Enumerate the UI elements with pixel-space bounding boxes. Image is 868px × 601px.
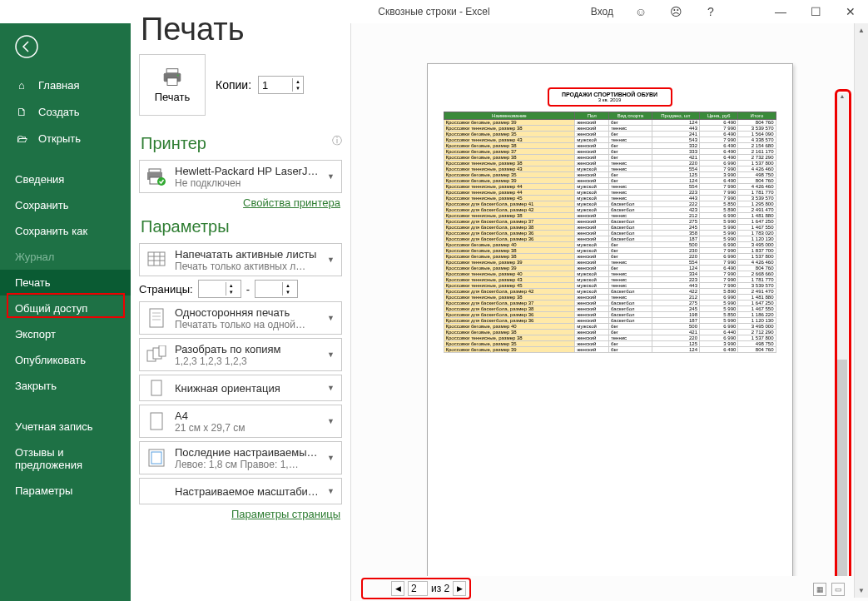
next-page-button[interactable]: ▶	[453, 581, 466, 596]
printer-dropdown[interactable]: Hewlett-Packard HP LaserJe…Не подключен …	[139, 160, 342, 193]
sidebar-print[interactable]: Печать	[0, 270, 131, 296]
page-from-input[interactable]	[199, 281, 226, 297]
svg-point-8	[157, 177, 166, 186]
svg-rect-3	[167, 77, 177, 85]
page-title: Печать	[141, 12, 342, 47]
printer-properties-link[interactable]: Свойства принтера	[139, 196, 340, 209]
close-button[interactable]: ✕	[833, 0, 868, 23]
table-row: Кроссовки беговые, размер 35женскийбег12…	[444, 341, 776, 347]
sidebar-close[interactable]: Закрыть	[0, 373, 131, 399]
spin-down-icon[interactable]: ▼	[293, 85, 303, 92]
window-title: Сквозные строки - Excel	[378, 6, 489, 17]
preview-page: ПРОДАЖИ СПОРТИВНОЙ ОБУВИ 3 кв. 2019 Наим…	[427, 63, 793, 576]
home-icon: ⌂	[15, 78, 28, 92]
printer-section-title: Принтер	[141, 134, 342, 153]
collate-dropdown[interactable]: Разобрать по копиям1,2,3 1,2,3 1,2,3 ▼	[139, 338, 342, 371]
help-icon[interactable]: ?	[693, 0, 728, 23]
svg-rect-14	[150, 309, 163, 327]
table-row: Кроссовки для баскетбола, размер 42мужск…	[444, 289, 776, 295]
table-row: Кроссовки беговые, размер 39женскийбег12…	[444, 347, 776, 353]
sidebar-share[interactable]: Общий доступ	[0, 296, 131, 321]
page-to-spinner[interactable]: ▲▼	[255, 280, 298, 298]
table-row: Кроссовки для баскетбола, размер 36женск…	[444, 236, 776, 242]
show-margins-button[interactable]: ▦	[813, 583, 826, 596]
print-button[interactable]: Печать	[139, 54, 206, 116]
chevron-down-icon: ▼	[325, 454, 336, 462]
preview-scrollbar[interactable]: ▲ ▼	[836, 93, 848, 576]
copies-input[interactable]	[259, 77, 292, 93]
active-sheets-dropdown[interactable]: Напечатать активные листыПечать только а…	[139, 243, 342, 276]
sidebar-publish[interactable]: Опубликовать	[0, 347, 131, 373]
margins-dropdown[interactable]: Последние настраиваемы…Левое: 1,8 см Пра…	[139, 441, 342, 474]
copies-spinner[interactable]: ▲▼	[258, 76, 304, 94]
table-row: Кроссовки беговые, размер 39женскийбег12…	[444, 178, 776, 184]
sidebar-account[interactable]: Учетная запись	[0, 414, 131, 440]
orientation-dropdown[interactable]: Книжная ориентация ▼	[139, 375, 342, 401]
chevron-down-icon: ▼	[325, 487, 336, 495]
page-from-spinner[interactable]: ▲▼	[198, 280, 241, 298]
table-row: Кроссовки теннисные, размер 44мужскойтен…	[444, 190, 776, 196]
window-scrollbar[interactable]: ▲ ▼	[854, 23, 868, 598]
titlebar: Сквозные строки - Excel Вход ☺ ☹ ? — ☐ ✕	[0, 0, 868, 23]
info-icon[interactable]: ⓘ	[332, 134, 342, 148]
scroll-down-icon[interactable]: ▼	[855, 584, 868, 598]
table-row: Кроссовки для баскетбола, размер 36женск…	[444, 231, 776, 236]
chevron-down-icon: ▼	[325, 350, 336, 359]
sidebar-new[interactable]: 🗋Создать	[0, 98, 131, 125]
current-page-input[interactable]	[408, 581, 428, 596]
chevron-down-icon: ▼	[325, 417, 336, 425]
svg-point-0	[16, 36, 37, 57]
table-row: Кроссовки беговые, размер 38женскийбег22…	[444, 254, 776, 260]
face-sad-icon[interactable]: ☹	[658, 0, 693, 23]
sides-dropdown[interactable]: Односторонняя печатьПечатать только на о…	[139, 301, 342, 335]
svg-point-4	[177, 74, 179, 76]
sidebar-feedback[interactable]: Отзывы и предложения	[0, 440, 131, 478]
page-setup-link[interactable]: Параметры страницы	[139, 508, 340, 520]
table-row: Кроссовки беговые, размер 38мужскойбег23…	[444, 248, 776, 254]
scroll-up-icon[interactable]: ▲	[855, 23, 868, 37]
sidebar-save[interactable]: Сохранить	[0, 192, 131, 218]
table-row: Кроссовки беговые, размер 40мужскойбег50…	[444, 324, 776, 330]
login-link[interactable]: Вход	[581, 6, 623, 17]
scroll-thumb[interactable]	[837, 360, 847, 576]
table-row: Кроссовки для баскетбола, размер 42мужск…	[444, 207, 776, 213]
maximize-button[interactable]: ☐	[798, 0, 833, 23]
params-section-title: Параметры	[141, 217, 342, 236]
zoom-to-page-button[interactable]: ▭	[831, 583, 845, 596]
table-row: Кроссовки беговые, размер 37женскийбег33…	[444, 149, 776, 155]
sidebar-open[interactable]: 🗁Открыть	[0, 125, 131, 151]
page-to-input[interactable]	[255, 281, 282, 297]
svg-rect-21	[151, 380, 161, 395]
table-row: Кроссовки для баскетбола, размер 37женск…	[444, 219, 776, 225]
sidebar-home[interactable]: ⌂Главная	[0, 72, 131, 98]
page-icon	[145, 307, 168, 329]
collate-icon	[145, 345, 168, 364]
table-row: Кроссовки теннисные, размер 39женскийтен…	[444, 260, 776, 266]
prev-page-button[interactable]: ◀	[391, 581, 404, 596]
sidebar-saveas[interactable]: Сохранить как	[0, 218, 131, 244]
table-row: Кроссовки теннисные, размер 45мужскойтен…	[444, 283, 776, 289]
table-row: Кроссовки беговые, размер 38женскийбег33…	[444, 143, 776, 149]
spin-up-icon[interactable]: ▲	[293, 78, 303, 85]
chevron-down-icon: ▼	[325, 172, 336, 181]
sheets-icon	[145, 251, 168, 269]
paper-dropdown[interactable]: A421 см x 29,7 см ▼	[139, 405, 342, 438]
scroll-up-icon[interactable]: ▲	[836, 93, 848, 105]
svg-rect-22	[151, 413, 162, 430]
table-row: Кроссовки для баскетбола, размер 36женск…	[444, 312, 776, 318]
chevron-down-icon: ▼	[325, 314, 336, 322]
table-row: Кроссовки теннисные, размер 38женскийтен…	[444, 126, 776, 132]
table-row: Кроссовки теннисные, размер 38женскийтен…	[444, 161, 776, 166]
page-of-label: из 2	[431, 583, 449, 594]
back-button[interactable]	[0, 32, 131, 72]
scaling-dropdown[interactable]: Настраиваемое масштаби… ▼	[139, 478, 342, 504]
minimize-button[interactable]: —	[763, 0, 798, 23]
table-row: Кроссовки теннисные, размер 43мужскойтен…	[444, 166, 776, 172]
sidebar-options[interactable]: Параметры	[0, 478, 131, 504]
sidebar-info[interactable]: Сведения	[0, 166, 131, 192]
table-row: Кроссовки для баскетбола, размер 41мужск…	[444, 201, 776, 207]
svg-rect-9	[148, 252, 165, 266]
face-smile-icon[interactable]: ☺	[623, 0, 658, 23]
table-row: Кроссовки теннисные, размер 43мужскойтен…	[444, 277, 776, 283]
sidebar-export[interactable]: Экспорт	[0, 321, 131, 347]
